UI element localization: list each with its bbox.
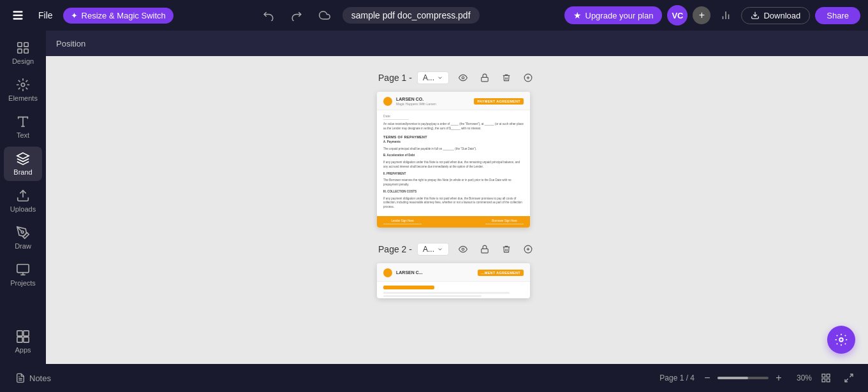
- page-1-actions: [454, 69, 537, 87]
- avatar[interactable]: VC: [667, 5, 688, 25]
- sidebar-item-projects-label: Projects: [10, 279, 36, 287]
- add-collaborator-button[interactable]: +: [693, 6, 710, 24]
- svg-rect-1: [13, 15, 23, 17]
- page-2-document[interactable]: LARSEN C... ...MENT AGREEMENT: [377, 263, 530, 298]
- page-2-lock[interactable]: [476, 240, 494, 258]
- notes-button[interactable]: Notes: [10, 370, 56, 386]
- navbar-left: File ✦ Resize & Magic Switch: [8, 5, 173, 25]
- svg-rect-19: [17, 331, 22, 336]
- svg-rect-16: [17, 265, 29, 273]
- svg-line-39: [850, 374, 853, 377]
- page-2-company-info: LARSEN C...: [383, 268, 423, 277]
- svg-rect-2: [13, 18, 23, 19]
- doc-section1-sub: A. Payments: [383, 140, 524, 145]
- page-1-document[interactable]: LARSEN CO. Magic Happens With Larsen PAY…: [377, 92, 530, 228]
- file-menu-button[interactable]: File: [33, 8, 58, 23]
- sidebar-item-projects[interactable]: Projects: [4, 258, 42, 292]
- svg-point-11: [21, 83, 25, 87]
- svg-rect-10: [24, 49, 28, 53]
- analytics-button[interactable]: [716, 5, 736, 25]
- upgrade-plan-button[interactable]: ★ Upgrade your plan: [564, 6, 663, 24]
- svg-point-23: [462, 76, 464, 79]
- svg-rect-36: [827, 374, 830, 377]
- sidebar-item-brand-label: Brand: [13, 168, 32, 176]
- svg-rect-21: [17, 337, 22, 342]
- payment-badge: PAYMENT AGREEMENT: [474, 98, 524, 105]
- page-1-delete[interactable]: [497, 69, 515, 87]
- document-title[interactable]: sample pdf doc_compress.pdf: [342, 7, 480, 24]
- doc-company-info: LARSEN CO. Magic Happens With Larsen: [383, 97, 436, 106]
- page-1-name-badge[interactable]: A...: [417, 71, 449, 84]
- resize-magic-switch-button[interactable]: ✦ Resize & Magic Switch: [63, 8, 173, 24]
- chevron-down-icon-2: [437, 246, 443, 252]
- navbar-right: ★ Upgrade your plan VC + Download Share: [564, 5, 861, 25]
- doc-section4-content: If any payment obligation under this Not…: [383, 197, 524, 210]
- sidebar-item-apps[interactable]: Apps: [4, 324, 42, 359]
- page-2-actions: [454, 240, 537, 258]
- sidebar-item-uploads[interactable]: Uploads: [4, 184, 42, 218]
- sidebar-item-text[interactable]: Text: [4, 110, 42, 144]
- ai-assistant-button[interactable]: [827, 326, 855, 354]
- redo-button[interactable]: [286, 5, 307, 25]
- svg-rect-35: [822, 374, 825, 377]
- svg-point-28: [462, 248, 464, 250]
- company-tagline: Magic Happens With Larsen: [396, 102, 436, 106]
- sidebar-item-design-label: Design: [12, 57, 34, 65]
- svg-rect-24: [482, 77, 489, 81]
- sidebar-item-elements[interactable]: Elements: [4, 73, 42, 107]
- page-2-company-logo: [383, 268, 392, 277]
- hamburger-button[interactable]: [8, 5, 28, 25]
- sidebar: Design Elements Text Brand Uploads: [0, 31, 46, 364]
- page-2-payment-badge: ...MENT AGREEMENT: [478, 270, 524, 276]
- page-1-header: Page 1 - A...: [377, 69, 537, 87]
- zoom-bar[interactable]: [717, 377, 769, 379]
- page-1-container: Page 1 - A...: [377, 69, 537, 228]
- sidebar-item-elements-label: Elements: [8, 94, 38, 102]
- doc-section3-sub: II. PREPAYMENT: [383, 172, 524, 177]
- sidebar-item-text-label: Text: [17, 131, 29, 139]
- page-2-header: Page 2 - A...: [377, 240, 537, 258]
- zoom-out-button[interactable]: −: [700, 370, 715, 386]
- zoom-level: 30%: [789, 374, 812, 382]
- page-2-add[interactable]: [519, 240, 537, 258]
- undo-button[interactable]: [258, 5, 279, 25]
- page-1-title: Page 1 -: [378, 73, 412, 83]
- svg-rect-22: [24, 337, 29, 342]
- top-navbar: File ✦ Resize & Magic Switch sample pdf …: [0, 0, 868, 31]
- doc-body: Date: An value received/promise to pay/p…: [377, 110, 530, 216]
- page-1-lock[interactable]: [476, 69, 494, 87]
- company-logo: [383, 97, 392, 106]
- notes-label: Notes: [29, 374, 51, 383]
- svg-rect-9: [18, 49, 22, 53]
- page-1-add[interactable]: [519, 69, 537, 87]
- share-button[interactable]: Share: [815, 7, 860, 24]
- fullscreen-button[interactable]: [840, 369, 858, 387]
- sidebar-item-apps-label: Apps: [15, 346, 31, 354]
- page-2-view-toggle[interactable]: [454, 240, 472, 258]
- doc-section2-content: If any payment obligation under this Not…: [383, 161, 524, 170]
- grid-view-button[interactable]: [817, 369, 835, 387]
- sidebar-item-uploads-label: Uploads: [10, 205, 36, 213]
- page-2-name-badge[interactable]: A...: [417, 243, 449, 256]
- page-1-view-toggle[interactable]: [454, 69, 472, 87]
- sidebar-item-design[interactable]: Design: [4, 36, 42, 70]
- page-2-title: Page 2 -: [378, 244, 412, 254]
- cloud-save-indicator: [314, 5, 335, 25]
- doc-footer-left: Lender Sign Here: [383, 219, 422, 222]
- doc-header-bar: LARSEN CO. Magic Happens With Larsen PAY…: [377, 92, 530, 110]
- position-panel-label: Position: [56, 39, 85, 48]
- svg-rect-0: [13, 11, 23, 13]
- page-2-delete[interactable]: [497, 240, 515, 258]
- svg-rect-7: [18, 43, 22, 47]
- bottom-toolbar: Notes Page 1 / 4 − + 30%: [0, 364, 868, 392]
- page-indicator: Page 1 / 4: [659, 374, 695, 382]
- canvas-area[interactable]: Page 1 - A...: [46, 56, 868, 364]
- sidebar-item-brand[interactable]: Brand: [4, 147, 42, 181]
- sidebar-item-draw[interactable]: Draw: [4, 221, 42, 255]
- download-button[interactable]: Download: [741, 7, 810, 24]
- navbar-center: sample pdf doc_compress.pdf: [180, 5, 558, 25]
- svg-rect-8: [24, 43, 28, 47]
- doc-intro: An value received/promise to pay/pay/pay…: [383, 122, 524, 131]
- svg-rect-37: [822, 379, 825, 382]
- zoom-in-button[interactable]: +: [771, 370, 786, 386]
